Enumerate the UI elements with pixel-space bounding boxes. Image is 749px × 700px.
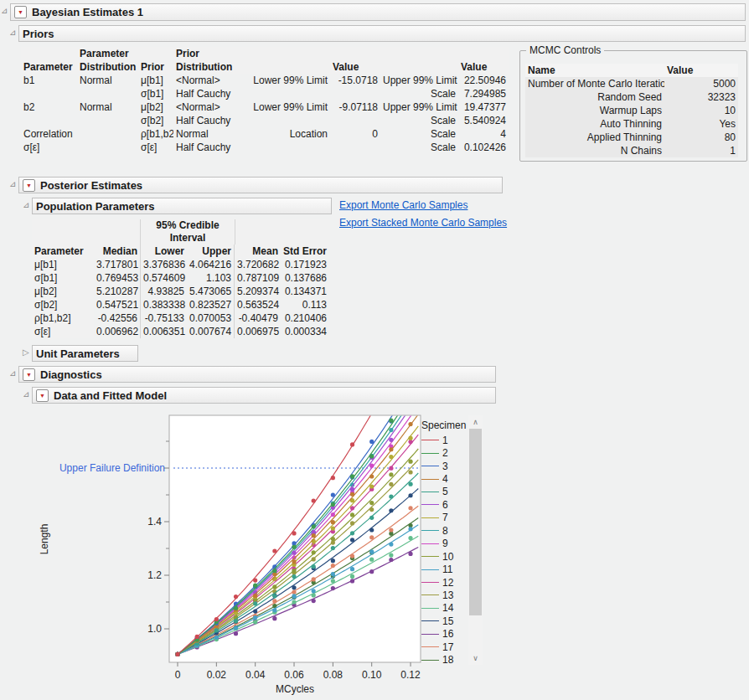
plot-frame	[169, 415, 421, 662]
table-cell: 22.50946	[458, 74, 509, 87]
red-triangle-menu-icon[interactable]: ▼	[23, 179, 35, 192]
disclosure-icon[interactable]: ⊿	[23, 390, 29, 399]
outline-bar-population-parameters[interactable]: Population Parameters	[32, 198, 332, 214]
table-cell	[21, 114, 77, 127]
table-cell: 5.473065	[187, 285, 235, 298]
table-cell: ρ[b1,b2]	[32, 311, 94, 325]
data-point-specimen-15	[369, 528, 374, 532]
table-cell: 0.006962	[94, 325, 141, 338]
outline-bar-unit-parameters[interactable]: Unit Parameters	[32, 345, 138, 362]
priors-title: Priors	[23, 28, 54, 40]
table-cell: <Normal>	[173, 100, 251, 114]
table-cell: 5.209374	[235, 285, 281, 298]
data-point-specimen-1	[175, 652, 179, 656]
table-cell: 5.540924	[458, 114, 509, 127]
outline-bar-bayesian-estimates[interactable]: ▼ Bayesian Estimates 1	[10, 3, 746, 21]
disclosure-icon[interactable]: ▷	[23, 348, 29, 357]
data-point-specimen-11	[350, 567, 354, 571]
red-triangle-menu-icon[interactable]: ▼	[23, 368, 35, 381]
data-point-specimen-1	[331, 476, 335, 480]
table-cell: 10	[664, 104, 738, 117]
red-triangle-menu-icon[interactable]: ▼	[14, 6, 27, 18]
table-cell: μ[b2]	[32, 285, 94, 298]
data-point-specimen-5	[331, 546, 335, 550]
table-cell: 3.376836	[141, 258, 187, 271]
column-header	[380, 60, 458, 74]
column-header	[138, 47, 173, 60]
table-cell: 0.823527	[187, 298, 235, 311]
diagnostics-title: Diagnostics	[40, 368, 102, 381]
table-row: b2Normalμ[b2]<Normal>Lower 99% Limit-9.0…	[21, 100, 509, 114]
data-point-specimen-2	[292, 545, 296, 549]
legend-line-swatch	[421, 594, 439, 595]
legend-line-swatch	[421, 466, 439, 466]
data-point-specimen-17	[331, 564, 335, 568]
data-point-specimen-11	[272, 608, 276, 612]
red-triangle-menu-icon[interactable]: ▼	[36, 389, 49, 402]
table-cell: σ[ε]	[138, 141, 173, 154]
table-cell: ρ[b1,b2]	[138, 127, 173, 141]
table-row: Correlationρ[b1,b2]NormalLocation0Scale4	[21, 127, 509, 141]
priors-table: ParameterPriorParameterDistributionPrior…	[21, 47, 509, 154]
data-point-specimen-5	[292, 574, 296, 579]
table-cell	[330, 141, 380, 154]
disclosure-icon[interactable]: ⊿	[9, 180, 16, 188]
table-cell: <Normal>	[173, 74, 251, 87]
legend-scrollbar[interactable]: ∧ ∨	[468, 415, 483, 665]
table-cell: μ[b1]	[32, 258, 94, 271]
data-point-specimen-6	[292, 551, 296, 555]
table-cell	[251, 87, 330, 100]
column-header	[380, 47, 458, 60]
data-point-specimen-11	[214, 636, 219, 640]
disclosure-icon[interactable]: ⊿	[9, 28, 16, 37]
disclosure-icon[interactable]: ⊿	[9, 369, 16, 378]
table-cell: 3.717801	[94, 258, 141, 271]
table-cell: Half Cauchy	[173, 141, 251, 154]
table-row: Auto ThinningYes	[525, 117, 738, 131]
x-tick-label: 0.04	[245, 669, 266, 681]
data-point-specimen-6	[350, 487, 354, 492]
data-point-specimen-2	[312, 524, 316, 528]
column-header	[21, 47, 77, 60]
data-point-specimen-16	[331, 586, 335, 590]
column-header	[251, 47, 330, 60]
column-header: Parameter	[77, 47, 138, 60]
data-point-specimen-4	[389, 447, 393, 451]
y-tick-label: 1.0	[147, 623, 162, 635]
data-point-specimen-17	[272, 599, 276, 603]
export-stacked-monte-carlo-samples-link[interactable]: Export Stacked Monte Carlo Samples	[339, 217, 507, 229]
legend-line-swatch	[421, 530, 439, 531]
data-point-specimen-10	[350, 512, 354, 517]
population-parameters-title: Population Parameters	[36, 200, 155, 213]
data-point-specimen-13	[369, 507, 374, 512]
table-row: Applied Thinning80	[525, 131, 738, 144]
table-cell: 0	[330, 127, 380, 141]
data-point-specimen-1	[234, 594, 238, 599]
mcmc-table: Name Value Number of Monte Carlo Iterati…	[525, 64, 738, 157]
disclosure-icon[interactable]: ⊿	[1, 7, 8, 15]
data-point-specimen-11	[234, 625, 238, 630]
scrollbar-thumb[interactable]	[469, 429, 482, 615]
legend-line-swatch	[421, 543, 439, 544]
export-monte-carlo-samples-link[interactable]: Export Monte Carlo Samples	[339, 199, 467, 211]
outline-bar-priors[interactable]: Priors	[18, 25, 746, 42]
data-point-specimen-5	[312, 564, 316, 569]
scrollbar-up-icon[interactable]: ∧	[468, 415, 483, 429]
table-cell: 0.000334	[281, 325, 329, 338]
data-point-specimen-8	[389, 428, 393, 432]
outline-bar-diagnostics[interactable]: ▼ Diagnostics	[18, 366, 496, 383]
data-point-specimen-9	[331, 512, 335, 517]
data-point-specimen-17	[389, 528, 393, 532]
outline-bar-posterior-estimates[interactable]: ▼ Posterior Estimates	[18, 177, 503, 193]
data-point-specimen-15	[253, 610, 257, 614]
disclosure-icon[interactable]: ⊿	[23, 201, 29, 209]
page-title: Bayesian Estimates 1	[32, 6, 143, 18]
data-point-specimen-4	[369, 474, 374, 478]
table-cell: 0.134371	[281, 285, 329, 298]
outline-bar-data-and-fitted-model[interactable]: ▼ Data and Fitted Model	[32, 387, 496, 404]
mcmc-controls-groupbox: MCMC Controls Name Value Number of Monte…	[519, 50, 747, 162]
data-point-specimen-10	[408, 460, 412, 464]
data-point-specimen-4	[312, 533, 316, 538]
scrollbar-down-icon[interactable]: ∨	[468, 651, 483, 665]
data-point-specimen-16	[369, 569, 374, 574]
